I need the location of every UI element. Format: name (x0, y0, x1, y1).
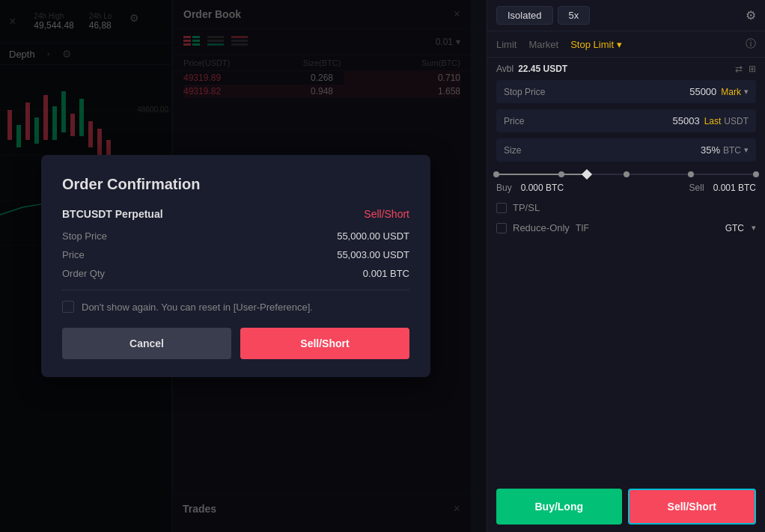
available-balance-row: Avbl 22.45 USDT ⇄ ⊞ (487, 58, 765, 80)
stop-limit-dropdown-icon: ▾ (617, 39, 622, 50)
tpsl-row: TP/SL (487, 198, 765, 218)
modal-qty-value: 0.001 BTC (363, 268, 409, 279)
right-panel: Isolated 5x ⚙ Limit Market Stop Limit ▾ … (487, 0, 765, 532)
info-icon[interactable]: ⓘ (746, 37, 756, 51)
slider-dot-50[interactable] (624, 171, 630, 177)
slider-dot-100[interactable] (753, 171, 759, 177)
modal-pair: BTCUSDT Perpetual (62, 208, 163, 220)
buy-label: Buy (496, 183, 512, 193)
avbl-value: 22.45 USDT (518, 64, 567, 74)
modal-qty-label: Order Qty (62, 268, 105, 279)
tab-market[interactable]: Market (528, 39, 558, 50)
avbl-label: Avbl (496, 64, 513, 74)
stop-limit-label: Stop Limit (570, 39, 614, 50)
modal-title: Order Confirmation (62, 176, 409, 193)
modal-cancel-button[interactable]: Cancel (62, 328, 231, 359)
price-unit: USDT (724, 116, 749, 126)
modal-price-label: Price (62, 249, 85, 260)
tif-value[interactable]: GTC (725, 223, 744, 233)
size-dropdown-icon[interactable]: ▾ (744, 145, 749, 155)
action-buttons: Buy/Long Sell/Short (487, 481, 765, 532)
modal-stop-price-value: 55,000.00 USDT (337, 230, 409, 242)
leverage-button[interactable]: 5x (558, 6, 591, 25)
settings-icon[interactable]: ⚙ (746, 8, 756, 22)
tab-limit[interactable]: Limit (496, 39, 516, 50)
modal-stop-price-row: Stop Price 55,000.00 USDT (62, 230, 409, 242)
stop-price-dropdown-icon[interactable]: ▾ (744, 87, 749, 97)
modal-divider (62, 290, 409, 290)
tpsl-checkbox[interactable] (496, 203, 507, 213)
slider-dot-25[interactable] (558, 171, 564, 177)
tif-dropdown-icon[interactable]: ▾ (752, 223, 756, 233)
price-value: 55003 (672, 115, 699, 126)
modal-stop-price-label: Stop Price (62, 230, 107, 242)
modal-confirm-button[interactable]: Sell/Short (240, 328, 409, 359)
slider-track[interactable] (496, 174, 756, 175)
calculator-icon[interactable]: ⊞ (749, 64, 756, 74)
reduce-only-checkbox[interactable] (496, 223, 507, 233)
slider-thumb[interactable] (582, 169, 592, 180)
stop-price-field[interactable]: Stop Price 55000 Mark ▾ (496, 80, 756, 103)
sell-label: Sell (689, 183, 704, 193)
modal-checkbox-label: Don't show again. You can reset in [User… (82, 302, 313, 313)
modal-price-row: Price 55,003.00 USDT (62, 249, 409, 260)
modal-pair-row: BTCUSDT Perpetual Sell/Short (62, 208, 409, 220)
reduce-only-row: Reduce-Only TIF GTC ▾ (487, 218, 765, 238)
sell-short-button[interactable]: Sell/Short (628, 489, 757, 525)
avbl-action-icons: ⇄ ⊞ (735, 64, 756, 74)
buy-value: 0.000 BTC (521, 183, 564, 193)
isolated-button[interactable]: Isolated (496, 6, 553, 25)
transfer-icon[interactable]: ⇄ (735, 64, 743, 74)
price-label: Price (504, 116, 672, 126)
stop-price-tag[interactable]: Mark (721, 87, 741, 97)
tab-stop-limit[interactable]: Stop Limit ▾ (570, 39, 622, 50)
modal-overlay: Order Confirmation BTCUSDT Perpetual Sel… (0, 0, 472, 532)
order-confirmation-modal: Order Confirmation BTCUSDT Perpetual Sel… (41, 155, 430, 377)
tif-label: TIF (576, 223, 715, 233)
size-field[interactable]: Size 35% BTC ▾ (496, 138, 756, 162)
margin-controls: Isolated 5x ⚙ (487, 0, 765, 31)
slider-fill (496, 174, 587, 175)
modal-checkbox-row: Don't show again. You can reset in [User… (62, 301, 409, 313)
reduce-only-label: Reduce-Only (513, 222, 570, 233)
sell-value: 0.001 BTC (713, 183, 756, 193)
modal-dont-show-checkbox[interactable] (62, 301, 74, 313)
slider-dot-0[interactable] (493, 171, 499, 177)
size-label: Size (504, 145, 701, 156)
modal-qty-row: Order Qty 0.001 BTC (62, 268, 409, 279)
size-slider-row (487, 168, 765, 178)
tpsl-label: TP/SL (513, 202, 540, 213)
size-unit: BTC (723, 145, 741, 156)
stop-price-label: Stop Price (504, 87, 689, 97)
price-tag-last: Last (704, 116, 722, 126)
modal-price-value: 55,003.00 USDT (337, 249, 409, 260)
order-type-tabs: Limit Market Stop Limit ▾ ⓘ (487, 31, 765, 58)
modal-side: Sell/Short (364, 208, 409, 220)
buy-long-button[interactable]: Buy/Long (496, 489, 622, 525)
size-value: 35% (701, 144, 720, 156)
buy-sell-amounts: Buy 0.000 BTC Sell 0.001 BTC (487, 178, 765, 198)
stop-price-value: 55000 (689, 86, 716, 97)
slider-dot-75[interactable] (688, 171, 694, 177)
modal-actions: Cancel Sell/Short (62, 328, 409, 359)
price-field[interactable]: Price 55003 Last USDT (496, 109, 756, 132)
